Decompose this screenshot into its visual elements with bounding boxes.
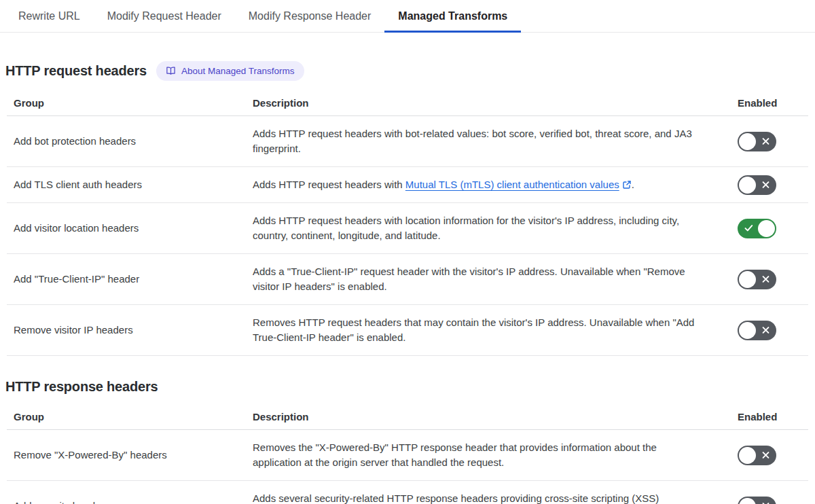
book-icon bbox=[166, 66, 176, 76]
enabled-toggle[interactable] bbox=[738, 321, 776, 340]
toggle-knob bbox=[758, 220, 775, 237]
table-row: Add bot protection headers Adds HTTP req… bbox=[7, 116, 808, 167]
response-headers-table: Group Description Enabled Remove "X-Powe… bbox=[7, 403, 808, 504]
description-cell: Adds HTTP request headers with Mutual TL… bbox=[246, 167, 731, 203]
group-cell: Add "True-Client-IP" header bbox=[7, 254, 246, 305]
tab-managed-transforms[interactable]: Managed Transforms bbox=[384, 0, 521, 32]
transform-rules-tabbar: Rewrite URLModify Request HeaderModify R… bbox=[0, 0, 815, 33]
toggle-knob bbox=[739, 447, 756, 464]
group-cell: Remove "X-Powered-By" headers bbox=[7, 430, 246, 481]
request-headers-table: Group Description Enabled Add bot protec… bbox=[7, 89, 808, 356]
enabled-toggle[interactable] bbox=[738, 132, 776, 151]
enabled-toggle[interactable] bbox=[738, 446, 776, 465]
toggle-knob bbox=[739, 177, 756, 194]
external-link-icon bbox=[622, 180, 632, 190]
x-icon bbox=[762, 138, 769, 145]
tab-rewrite-url[interactable]: Rewrite URL bbox=[5, 0, 94, 32]
description-cell: Removes the "X-Powered-By" HTTP response… bbox=[246, 430, 731, 481]
description-cell: Adds HTTP request headers with location … bbox=[246, 203, 731, 254]
table-header-row: Group Description Enabled bbox=[7, 89, 808, 116]
table-row: Add TLS client auth headers Adds HTTP re… bbox=[7, 167, 808, 203]
x-icon bbox=[762, 327, 769, 334]
description-cell: Adds a "True-Client-IP" request header w… bbox=[246, 254, 731, 305]
toggle-knob bbox=[739, 498, 756, 504]
response-section-title: HTTP response headers bbox=[5, 379, 158, 395]
column-header-group: Group bbox=[7, 403, 246, 430]
table-header-row: Group Description Enabled bbox=[7, 403, 808, 430]
about-managed-transforms-link[interactable]: About Managed Transforms bbox=[156, 61, 304, 81]
group-cell: Add TLS client auth headers bbox=[7, 167, 246, 203]
enabled-toggle[interactable] bbox=[738, 219, 776, 238]
column-header-description: Description bbox=[246, 403, 731, 430]
column-header-enabled: Enabled bbox=[731, 89, 808, 116]
table-row: Add "True-Client-IP" header Adds a "True… bbox=[7, 254, 808, 305]
column-header-enabled: Enabled bbox=[731, 403, 808, 430]
group-cell: Add bot protection headers bbox=[7, 116, 246, 167]
check-icon bbox=[744, 225, 753, 232]
description-cell: Adds several security-related HTTP respo… bbox=[246, 481, 731, 504]
enabled-toggle[interactable] bbox=[738, 175, 776, 195]
table-row: Remove visitor IP headers Removes HTTP r… bbox=[7, 305, 808, 356]
response-section-header: HTTP response headers bbox=[5, 379, 808, 395]
badge-label: About Managed Transforms bbox=[181, 67, 295, 76]
column-header-group: Group bbox=[7, 89, 246, 116]
description-cell: Adds HTTP request headers with bot-relat… bbox=[246, 116, 731, 167]
toggle-knob bbox=[739, 271, 756, 288]
column-header-description: Description bbox=[246, 89, 731, 116]
enabled-toggle[interactable] bbox=[738, 270, 776, 289]
enabled-toggle[interactable] bbox=[738, 497, 776, 504]
tab-modify-request-header[interactable]: Modify Request Header bbox=[94, 0, 235, 32]
table-row: Remove "X-Powered-By" headers Removes th… bbox=[7, 430, 808, 481]
x-icon bbox=[762, 181, 769, 189]
table-row: Add visitor location headers Adds HTTP r… bbox=[7, 203, 808, 254]
x-icon bbox=[762, 276, 769, 283]
tab-modify-response-header[interactable]: Modify Response Header bbox=[235, 0, 385, 32]
request-section-header: HTTP request headers About Managed Trans… bbox=[5, 61, 808, 81]
x-icon bbox=[762, 452, 769, 459]
table-row: Add security headers Adds several securi… bbox=[7, 481, 808, 504]
description-link[interactable]: Mutual TLS (mTLS) client authentication … bbox=[405, 179, 619, 190]
group-cell: Add security headers bbox=[7, 481, 246, 504]
toggle-knob bbox=[739, 133, 756, 150]
group-cell: Add visitor location headers bbox=[7, 203, 246, 254]
request-section-title: HTTP request headers bbox=[5, 63, 147, 79]
description-cell: Removes HTTP request headers that may co… bbox=[246, 305, 731, 356]
toggle-knob bbox=[739, 322, 756, 339]
group-cell: Remove visitor IP headers bbox=[7, 305, 246, 356]
